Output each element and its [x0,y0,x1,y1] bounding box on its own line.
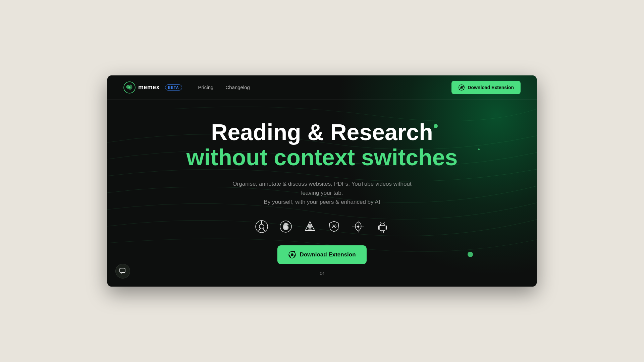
svg-point-1 [128,86,130,88]
download-extension-nav-button[interactable]: Download Extension [451,81,521,94]
logo-text: memex [138,84,160,91]
svg-line-8 [259,228,261,231]
hero-title-line2: without context switches [186,144,458,170]
download-extension-hero-button[interactable]: Download Extension [277,245,366,264]
svg-rect-15 [380,224,384,226]
svg-point-3 [461,86,463,88]
nav-left: memex BETA Pricing Changelog [123,81,250,94]
nav-pricing[interactable]: Pricing [198,84,214,90]
svg-line-21 [383,223,384,224]
hero-subtitle-line1: Organise, annotate & discuss websites, P… [232,181,411,196]
chrome-icon-nav [458,84,465,91]
brave-browser-icon[interactable] [327,220,341,233]
svg-rect-24 [120,268,125,273]
firefox-browser-icon[interactable] [279,220,292,233]
svg-point-14 [357,226,359,228]
hero-subtitle-line2: By yourself, with your peers & enhanced … [264,199,380,205]
hero-title-line1: Reading & Research [211,119,433,145]
download-btn-nav-label: Download Extension [468,85,514,90]
logo[interactable]: memex [123,81,160,94]
svg-point-23 [291,253,293,256]
nav-changelog[interactable]: Changelog [225,84,250,90]
beta-badge: BETA [165,84,182,90]
chat-widget[interactable] [115,264,130,279]
logo-icon [123,81,136,94]
or-text: or [320,270,324,276]
chrome-browser-icon[interactable] [255,220,268,233]
hero-subtitle: Organise, annotate & discuss websites, P… [231,179,413,207]
hero-section: Reading & Research without context switc… [107,100,537,287]
svg-point-10 [284,226,287,229]
android-browser-icon[interactable] [376,220,389,233]
nav-links: Pricing Changelog [198,84,250,90]
navbar: memex BETA Pricing Changelog Download Ex… [107,75,537,100]
safari-browser-icon[interactable] [352,220,365,233]
browser-icons [255,220,389,233]
download-btn-hero-label: Download Extension [300,251,356,258]
hero-title: Reading & Research without context switc… [186,120,458,170]
svg-line-20 [380,223,381,224]
chrome-icon-hero [288,251,296,259]
chat-icon [119,267,126,275]
svg-line-7 [263,228,265,231]
arc-browser-icon[interactable] [303,220,317,233]
